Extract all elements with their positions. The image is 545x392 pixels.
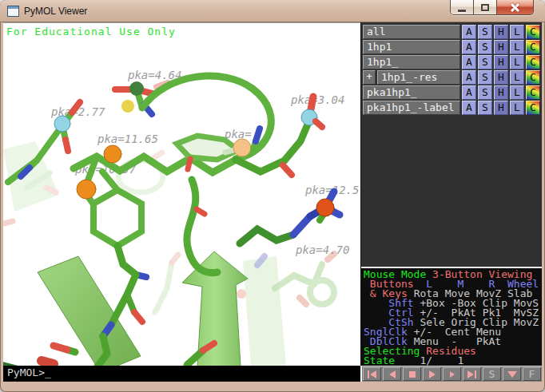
playback-controls: S F — [360, 366, 542, 382]
mouse-mode-panel: Mouse Mode 3-Button Viewing Buttons L M … — [361, 268, 542, 366]
label-button-L[interactable]: L — [510, 101, 524, 115]
color-button-C[interactable]: C — [526, 101, 540, 115]
bottom-bar: PyMOL>_ S F — [3, 366, 542, 382]
pka-label: pka=4.70 — [295, 244, 349, 256]
pka-label: pka=3.04 — [290, 93, 344, 106]
hide-button-H[interactable]: H — [494, 101, 508, 115]
step-back-icon — [389, 370, 396, 378]
action-button-A[interactable]: A — [462, 85, 476, 100]
color-button-C[interactable]: C — [526, 85, 540, 100]
fog-layer — [3, 141, 286, 366]
stop-icon — [409, 371, 416, 378]
stop-button[interactable] — [403, 367, 421, 381]
color-button-C[interactable]: C — [526, 25, 540, 39]
show-button-S[interactable]: S — [478, 25, 492, 39]
show-button-S[interactable]: S — [478, 85, 492, 100]
down-arrow-icon — [507, 371, 517, 378]
object-row-all: all A S H L C — [362, 25, 541, 39]
show-button-S[interactable]: S — [478, 40, 492, 54]
object-name-1hp1_-res[interactable]: 1hp1_-res — [377, 70, 460, 85]
hide-button-H[interactable]: H — [494, 25, 508, 39]
hide-button-H[interactable]: H — [494, 40, 508, 54]
action-button-A[interactable]: A — [462, 70, 476, 85]
edu-watermark: For Educational Use Only — [6, 26, 176, 38]
label-button-L[interactable]: L — [510, 85, 524, 100]
action-button-A[interactable]: A — [462, 101, 476, 115]
app-icon — [7, 6, 19, 17]
object-row-1hp1_-res: + 1hp1_-res A S H L C — [362, 70, 541, 85]
skip-to-end-button[interactable] — [463, 367, 481, 381]
command-input[interactable]: PyMOL>_ — [3, 366, 360, 382]
panel-empty-space — [361, 116, 542, 267]
skip-start-icon — [368, 370, 369, 378]
scene-down-button[interactable] — [503, 367, 521, 381]
color-button-C[interactable]: C — [526, 55, 540, 69]
show-button-S[interactable]: S — [478, 70, 492, 85]
object-row-1hp1: 1hp1 A S H L C — [362, 40, 541, 54]
action-button-A[interactable]: A — [462, 25, 476, 39]
hide-button-H[interactable]: H — [494, 70, 508, 85]
color-button-C[interactable]: C — [526, 40, 540, 54]
label-button-L[interactable]: L — [510, 55, 524, 69]
maximize-icon — [481, 4, 489, 11]
object-name-1hp1_[interactable]: 1hp1_ — [363, 55, 460, 69]
hide-button-H[interactable]: H — [494, 55, 508, 69]
molecule-sticks — [3, 76, 340, 366]
step-back-button[interactable] — [383, 367, 401, 381]
expand-button[interactable]: + — [363, 70, 376, 85]
object-row-1hp1_: 1hp1_ A S H L C — [362, 55, 541, 69]
maximize-button[interactable] — [474, 0, 497, 14]
beta-sheet-arrow — [182, 251, 248, 366]
minimize-icon — [458, 10, 466, 12]
pka-label: pka= — [224, 128, 252, 141]
pka-label: pka=11.65 — [97, 133, 158, 145]
scene-s-button[interactable]: S — [483, 367, 501, 381]
object-name-all[interactable]: all — [363, 25, 460, 39]
object-name-1hp1[interactable]: 1hp1 — [363, 40, 460, 54]
control-panel: all A S H L C 1hp1 A S H L C 1hp1_ — [360, 22, 542, 366]
play-icon — [429, 370, 436, 378]
step-forward-icon — [450, 371, 455, 378]
pka-label: pka=4.64 — [127, 69, 181, 81]
color-button-C[interactable]: C — [526, 70, 540, 85]
label-button-L[interactable]: L — [510, 40, 524, 54]
action-button-A[interactable]: A — [462, 55, 476, 69]
fullscreen-f-button[interactable]: F — [523, 367, 541, 381]
state-line[interactable]: State 1/ 1 — [364, 356, 542, 366]
object-row-pka1hp1_: pka1hp1_ A S H L C — [362, 85, 541, 100]
step-forward-button[interactable] — [443, 367, 461, 381]
action-button-A[interactable]: A — [462, 40, 476, 54]
label-button-L[interactable]: L — [510, 70, 524, 85]
window-title: PyMOL Viewer — [24, 5, 87, 17]
object-name-pka1hp1_-label[interactable]: pka1hp1_-label — [363, 101, 460, 115]
minimize-button[interactable] — [451, 0, 474, 14]
hide-button-H[interactable]: H — [494, 85, 508, 100]
label-button-L[interactable]: L — [510, 25, 524, 39]
object-row-pka1hp1_-label: pka1hp1_-label A S H L C — [362, 101, 541, 115]
show-button-S[interactable]: S — [478, 55, 492, 69]
object-name-pka1hp1_[interactable]: pka1hp1_ — [363, 85, 460, 100]
skip-end-icon — [467, 370, 474, 378]
close-icon — [510, 2, 520, 13]
molecule-scene: pka=2.77 pka=11.65 pka=10.57 pka= pka=3.… — [3, 23, 360, 366]
play-button[interactable] — [423, 367, 441, 381]
viewport-3d[interactable]: For Educational Use Only — [3, 22, 360, 366]
show-button-S[interactable]: S — [478, 101, 492, 115]
pymol-window: PyMOL Viewer For Educational Use Only — [0, 0, 545, 392]
object-list: all A S H L C 1hp1 A S H L C 1hp1_ — [361, 22, 542, 116]
skip-to-start-button[interactable] — [363, 367, 381, 381]
caption-buttons — [450, 0, 534, 15]
close-button[interactable] — [497, 0, 533, 14]
titlebar: PyMOL Viewer — [0, 0, 545, 22]
